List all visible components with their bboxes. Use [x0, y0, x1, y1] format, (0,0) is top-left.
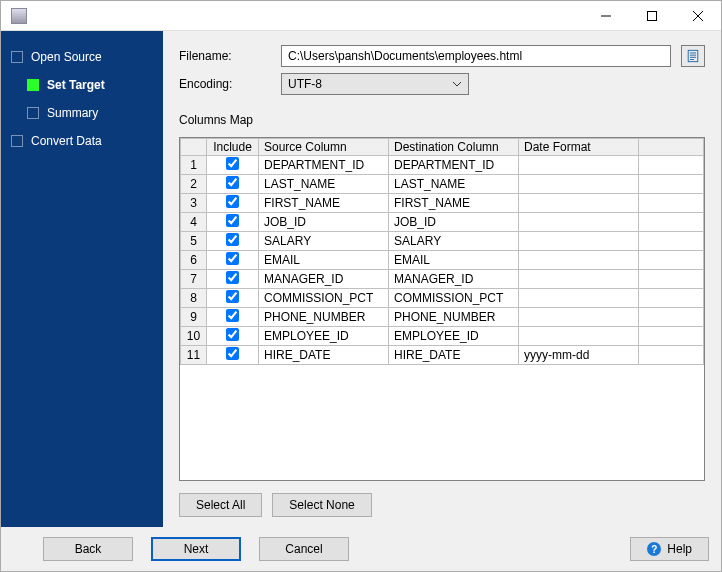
close-button[interactable]: [675, 1, 721, 31]
table-row[interactable]: 9PHONE_NUMBERPHONE_NUMBER: [181, 308, 704, 327]
row-number[interactable]: 1: [181, 156, 207, 175]
include-cell[interactable]: [207, 156, 259, 175]
format-cell[interactable]: [519, 175, 639, 194]
next-button[interactable]: Next: [151, 537, 241, 561]
source-cell[interactable]: DEPARTMENT_ID: [259, 156, 389, 175]
include-checkbox[interactable]: [226, 252, 239, 265]
format-cell[interactable]: yyyy-mm-dd: [519, 346, 639, 365]
source-cell[interactable]: LAST_NAME: [259, 175, 389, 194]
minimize-button[interactable]: [583, 1, 629, 31]
include-cell[interactable]: [207, 232, 259, 251]
sidebar-item-open-source[interactable]: Open Source: [1, 43, 163, 71]
dest-cell[interactable]: LAST_NAME: [389, 175, 519, 194]
dest-cell[interactable]: JOB_ID: [389, 213, 519, 232]
dest-cell[interactable]: DEPARTMENT_ID: [389, 156, 519, 175]
row-number[interactable]: 5: [181, 232, 207, 251]
format-cell[interactable]: [519, 194, 639, 213]
include-checkbox[interactable]: [226, 328, 239, 341]
format-cell[interactable]: [519, 270, 639, 289]
source-cell[interactable]: EMPLOYEE_ID: [259, 327, 389, 346]
table-row[interactable]: 8COMMISSION_PCTCOMMISSION_PCT: [181, 289, 704, 308]
table-row[interactable]: 10EMPLOYEE_IDEMPLOYEE_ID: [181, 327, 704, 346]
dest-cell[interactable]: MANAGER_ID: [389, 270, 519, 289]
include-checkbox[interactable]: [226, 347, 239, 360]
dest-cell[interactable]: COMMISSION_PCT: [389, 289, 519, 308]
col-header-source[interactable]: Source Column: [259, 139, 389, 156]
back-button[interactable]: Back: [43, 537, 133, 561]
source-cell[interactable]: COMMISSION_PCT: [259, 289, 389, 308]
col-header-include[interactable]: Include: [207, 139, 259, 156]
dest-cell[interactable]: EMPLOYEE_ID: [389, 327, 519, 346]
table-row[interactable]: 11HIRE_DATEHIRE_DATEyyyy-mm-dd: [181, 346, 704, 365]
sidebar-item-convert-data[interactable]: Convert Data: [1, 127, 163, 155]
source-cell[interactable]: SALARY: [259, 232, 389, 251]
dest-cell[interactable]: PHONE_NUMBER: [389, 308, 519, 327]
table-row[interactable]: 2LAST_NAMELAST_NAME: [181, 175, 704, 194]
sidebar-item-set-target[interactable]: Set Target: [1, 71, 163, 99]
table-row[interactable]: 5SALARYSALARY: [181, 232, 704, 251]
filename-input[interactable]: [281, 45, 671, 67]
source-cell[interactable]: FIRST_NAME: [259, 194, 389, 213]
select-all-button[interactable]: Select All: [179, 493, 262, 517]
table-row[interactable]: 3FIRST_NAMEFIRST_NAME: [181, 194, 704, 213]
include-checkbox[interactable]: [226, 214, 239, 227]
col-header-format[interactable]: Date Format: [519, 139, 639, 156]
include-cell[interactable]: [207, 194, 259, 213]
include-checkbox[interactable]: [226, 290, 239, 303]
row-number[interactable]: 2: [181, 175, 207, 194]
include-cell[interactable]: [207, 289, 259, 308]
include-cell[interactable]: [207, 270, 259, 289]
maximize-button[interactable]: [629, 1, 675, 31]
include-cell[interactable]: [207, 251, 259, 270]
dest-cell[interactable]: FIRST_NAME: [389, 194, 519, 213]
selection-buttons: Select All Select None: [179, 487, 705, 517]
sidebar-item-summary[interactable]: Summary: [1, 99, 163, 127]
encoding-select[interactable]: UTF-8: [281, 73, 469, 95]
include-checkbox[interactable]: [226, 195, 239, 208]
include-cell[interactable]: [207, 308, 259, 327]
source-cell[interactable]: JOB_ID: [259, 213, 389, 232]
row-number[interactable]: 4: [181, 213, 207, 232]
format-cell[interactable]: [519, 289, 639, 308]
source-cell[interactable]: PHONE_NUMBER: [259, 308, 389, 327]
select-none-button[interactable]: Select None: [272, 493, 371, 517]
table-row[interactable]: 1DEPARTMENT_IDDEPARTMENT_ID: [181, 156, 704, 175]
source-cell[interactable]: EMAIL: [259, 251, 389, 270]
include-cell[interactable]: [207, 213, 259, 232]
row-number[interactable]: 8: [181, 289, 207, 308]
format-cell[interactable]: [519, 327, 639, 346]
source-cell[interactable]: MANAGER_ID: [259, 270, 389, 289]
include-cell[interactable]: [207, 327, 259, 346]
include-checkbox[interactable]: [226, 271, 239, 284]
cancel-button[interactable]: Cancel: [259, 537, 349, 561]
row-number[interactable]: 7: [181, 270, 207, 289]
table-row[interactable]: 6EMAILEMAIL: [181, 251, 704, 270]
include-checkbox[interactable]: [226, 233, 239, 246]
dest-cell[interactable]: EMAIL: [389, 251, 519, 270]
include-checkbox[interactable]: [226, 176, 239, 189]
format-cell[interactable]: [519, 156, 639, 175]
col-header-dest[interactable]: Destination Column: [389, 139, 519, 156]
include-checkbox[interactable]: [226, 157, 239, 170]
format-cell[interactable]: [519, 232, 639, 251]
table-row[interactable]: 4JOB_IDJOB_ID: [181, 213, 704, 232]
table-row[interactable]: 7MANAGER_IDMANAGER_ID: [181, 270, 704, 289]
row-number[interactable]: 11: [181, 346, 207, 365]
include-cell[interactable]: [207, 175, 259, 194]
spacer-cell: [639, 308, 704, 327]
row-number[interactable]: 6: [181, 251, 207, 270]
include-cell[interactable]: [207, 346, 259, 365]
dest-cell[interactable]: SALARY: [389, 232, 519, 251]
format-cell[interactable]: [519, 213, 639, 232]
spacer-cell: [639, 270, 704, 289]
source-cell[interactable]: HIRE_DATE: [259, 346, 389, 365]
include-checkbox[interactable]: [226, 309, 239, 322]
row-number[interactable]: 10: [181, 327, 207, 346]
format-cell[interactable]: [519, 251, 639, 270]
row-number[interactable]: 9: [181, 308, 207, 327]
browse-button[interactable]: [681, 45, 705, 67]
dest-cell[interactable]: HIRE_DATE: [389, 346, 519, 365]
help-button[interactable]: ? Help: [630, 537, 709, 561]
format-cell[interactable]: [519, 308, 639, 327]
row-number[interactable]: 3: [181, 194, 207, 213]
